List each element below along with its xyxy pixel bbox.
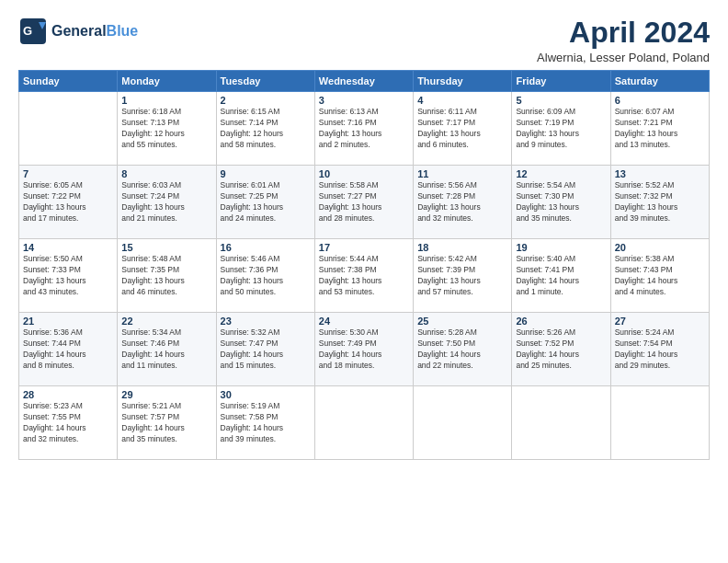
- header-saturday: Saturday: [610, 71, 709, 92]
- day-info: Sunrise: 5:54 AMSunset: 7:30 PMDaylight:…: [516, 180, 606, 224]
- table-row: 11Sunrise: 5:56 AMSunset: 7:28 PMDayligh…: [414, 166, 512, 239]
- table-row: 1Sunrise: 6:18 AMSunset: 7:13 PMDaylight…: [118, 92, 216, 166]
- table-row: 12Sunrise: 5:54 AMSunset: 7:30 PMDayligh…: [512, 166, 610, 239]
- table-row: 19Sunrise: 5:40 AMSunset: 7:41 PMDayligh…: [512, 239, 610, 313]
- table-row: 22Sunrise: 5:34 AMSunset: 7:46 PMDayligh…: [118, 313, 216, 386]
- day-number: 16: [221, 242, 311, 253]
- day-number: 2: [221, 95, 311, 106]
- day-number: 17: [319, 242, 409, 253]
- calendar-header-row: Sunday Monday Tuesday Wednesday Thursday…: [19, 71, 710, 92]
- day-info: Sunrise: 6:18 AMSunset: 7:13 PMDaylight:…: [121, 107, 211, 151]
- day-number: 9: [221, 168, 311, 179]
- day-info: Sunrise: 5:40 AMSunset: 7:41 PMDaylight:…: [516, 254, 606, 298]
- day-info: Sunrise: 6:13 AMSunset: 7:16 PMDaylight:…: [319, 107, 409, 151]
- table-row: [19, 92, 118, 166]
- table-row: 9Sunrise: 6:01 AMSunset: 7:25 PMDaylight…: [216, 166, 314, 239]
- day-number: 21: [23, 316, 113, 327]
- day-info: Sunrise: 5:46 AMSunset: 7:36 PMDaylight:…: [221, 254, 311, 298]
- day-info: Sunrise: 5:21 AMSunset: 7:57 PMDaylight:…: [121, 401, 211, 445]
- day-info: Sunrise: 5:32 AMSunset: 7:47 PMDaylight:…: [221, 327, 311, 372]
- table-row: 27Sunrise: 5:24 AMSunset: 7:54 PMDayligh…: [610, 313, 709, 386]
- day-number: 12: [516, 168, 606, 179]
- logo-text: GeneralBlue: [51, 23, 138, 40]
- day-info: Sunrise: 5:58 AMSunset: 7:27 PMDaylight:…: [319, 180, 409, 224]
- day-info: Sunrise: 5:34 AMSunset: 7:46 PMDaylight:…: [121, 327, 211, 372]
- day-number: 29: [121, 389, 211, 400]
- day-info: Sunrise: 6:03 AMSunset: 7:24 PMDaylight:…: [121, 180, 211, 224]
- day-number: 13: [615, 168, 705, 179]
- table-row: 15Sunrise: 5:48 AMSunset: 7:35 PMDayligh…: [118, 239, 216, 313]
- header-thursday: Thursday: [414, 71, 512, 92]
- calendar-week-row: 1Sunrise: 6:18 AMSunset: 7:13 PMDaylight…: [19, 92, 710, 166]
- day-number: 25: [417, 316, 507, 327]
- day-info: Sunrise: 5:24 AMSunset: 7:54 PMDaylight:…: [615, 327, 705, 372]
- table-row: 6Sunrise: 6:07 AMSunset: 7:21 PMDaylight…: [610, 92, 709, 166]
- page: G GeneralBlue April 2024 Alwernia, Lesse…: [0, 0, 728, 563]
- day-number: 27: [615, 316, 705, 327]
- day-number: 7: [23, 168, 113, 179]
- header-friday: Friday: [512, 71, 610, 92]
- day-info: Sunrise: 5:36 AMSunset: 7:44 PMDaylight:…: [23, 327, 113, 372]
- day-info: Sunrise: 5:23 AMSunset: 7:55 PMDaylight:…: [23, 401, 113, 445]
- day-info: Sunrise: 5:42 AMSunset: 7:39 PMDaylight:…: [417, 254, 507, 298]
- table-row: [610, 386, 709, 460]
- day-number: 3: [319, 95, 409, 106]
- day-number: 4: [417, 95, 507, 106]
- day-info: Sunrise: 5:30 AMSunset: 7:49 PMDaylight:…: [319, 327, 409, 372]
- header-monday: Monday: [118, 71, 216, 92]
- day-number: 18: [417, 242, 507, 253]
- calendar-week-row: 21Sunrise: 5:36 AMSunset: 7:44 PMDayligh…: [19, 313, 710, 386]
- table-row: 23Sunrise: 5:32 AMSunset: 7:47 PMDayligh…: [216, 313, 314, 386]
- day-info: Sunrise: 5:56 AMSunset: 7:28 PMDaylight:…: [417, 180, 507, 224]
- svg-text:G: G: [23, 24, 32, 38]
- day-info: Sunrise: 5:26 AMSunset: 7:52 PMDaylight:…: [516, 327, 606, 372]
- table-row: 30Sunrise: 5:19 AMSunset: 7:58 PMDayligh…: [216, 386, 314, 460]
- day-number: 22: [121, 316, 211, 327]
- table-row: 3Sunrise: 6:13 AMSunset: 7:16 PMDaylight…: [314, 92, 413, 166]
- day-number: 24: [319, 316, 409, 327]
- header-tuesday: Tuesday: [216, 71, 314, 92]
- day-number: 6: [615, 95, 705, 106]
- day-number: 8: [121, 168, 211, 179]
- day-number: 5: [516, 95, 606, 106]
- day-info: Sunrise: 6:09 AMSunset: 7:19 PMDaylight:…: [516, 107, 606, 151]
- table-row: 18Sunrise: 5:42 AMSunset: 7:39 PMDayligh…: [414, 239, 512, 313]
- day-number: 11: [417, 168, 507, 179]
- table-row: 26Sunrise: 5:26 AMSunset: 7:52 PMDayligh…: [512, 313, 610, 386]
- logo-icon: G: [18, 17, 48, 46]
- day-info: Sunrise: 5:52 AMSunset: 7:32 PMDaylight:…: [615, 180, 705, 224]
- table-row: [414, 386, 512, 460]
- table-row: 2Sunrise: 6:15 AMSunset: 7:14 PMDaylight…: [216, 92, 314, 166]
- day-info: Sunrise: 5:48 AMSunset: 7:35 PMDaylight:…: [121, 254, 211, 298]
- day-info: Sunrise: 5:50 AMSunset: 7:33 PMDaylight:…: [23, 254, 113, 298]
- table-row: 4Sunrise: 6:11 AMSunset: 7:17 PMDaylight…: [414, 92, 512, 166]
- logo: G GeneralBlue: [18, 17, 138, 46]
- subtitle: Alwernia, Lesser Poland, Poland: [537, 51, 710, 64]
- calendar-week-row: 7Sunrise: 6:05 AMSunset: 7:22 PMDaylight…: [19, 166, 710, 239]
- day-info: Sunrise: 6:11 AMSunset: 7:17 PMDaylight:…: [417, 107, 507, 151]
- calendar-table: Sunday Monday Tuesday Wednesday Thursday…: [18, 70, 710, 460]
- table-row: 10Sunrise: 5:58 AMSunset: 7:27 PMDayligh…: [314, 166, 413, 239]
- table-row: 29Sunrise: 5:21 AMSunset: 7:57 PMDayligh…: [118, 386, 216, 460]
- day-number: 26: [516, 316, 606, 327]
- day-number: 14: [23, 242, 113, 253]
- day-info: Sunrise: 5:44 AMSunset: 7:38 PMDaylight:…: [319, 254, 409, 298]
- table-row: 8Sunrise: 6:03 AMSunset: 7:24 PMDaylight…: [118, 166, 216, 239]
- table-row: 13Sunrise: 5:52 AMSunset: 7:32 PMDayligh…: [610, 166, 709, 239]
- day-number: 23: [221, 316, 311, 327]
- table-row: 5Sunrise: 6:09 AMSunset: 7:19 PMDaylight…: [512, 92, 610, 166]
- header-wednesday: Wednesday: [314, 71, 413, 92]
- header-sunday: Sunday: [19, 71, 118, 92]
- calendar-week-row: 14Sunrise: 5:50 AMSunset: 7:33 PMDayligh…: [19, 239, 710, 313]
- title-block: April 2024 Alwernia, Lesser Poland, Pola…: [537, 17, 710, 64]
- day-info: Sunrise: 6:07 AMSunset: 7:21 PMDaylight:…: [615, 107, 705, 151]
- day-number: 15: [121, 242, 211, 253]
- day-number: 20: [615, 242, 705, 253]
- table-row: 24Sunrise: 5:30 AMSunset: 7:49 PMDayligh…: [314, 313, 413, 386]
- day-info: Sunrise: 5:28 AMSunset: 7:50 PMDaylight:…: [417, 327, 507, 372]
- day-info: Sunrise: 6:01 AMSunset: 7:25 PMDaylight:…: [221, 180, 311, 224]
- table-row: 14Sunrise: 5:50 AMSunset: 7:33 PMDayligh…: [19, 239, 118, 313]
- day-info: Sunrise: 6:15 AMSunset: 7:14 PMDaylight:…: [221, 107, 311, 151]
- table-row: 17Sunrise: 5:44 AMSunset: 7:38 PMDayligh…: [314, 239, 413, 313]
- main-title: April 2024: [537, 17, 710, 49]
